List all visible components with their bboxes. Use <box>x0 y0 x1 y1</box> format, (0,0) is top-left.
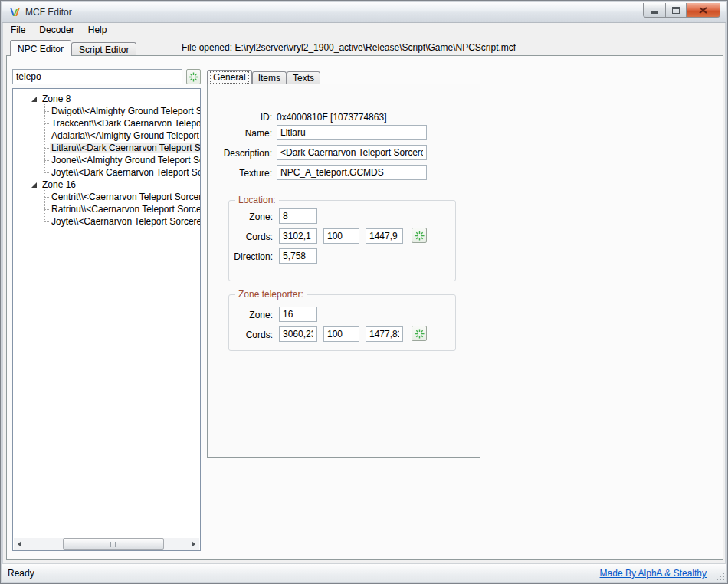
location-cords-x-field[interactable] <box>279 228 317 244</box>
texture-field[interactable] <box>277 165 427 180</box>
minimize-icon <box>651 11 658 14</box>
scroll-left-button[interactable] <box>14 538 25 550</box>
tree-item-centrit[interactable]: Centrit\\<Caernarvon Teleport Sorcerers> <box>13 191 200 203</box>
credit-link[interactable]: Made By AlphA & Stealthy <box>600 568 707 579</box>
scroll-right-button[interactable] <box>188 538 199 550</box>
zone-teleporter-group: Zone teleporter: Zone: Cords: <box>228 294 456 351</box>
search-button[interactable] <box>186 69 201 84</box>
tab-texts[interactable]: Texts <box>287 71 320 84</box>
description-label: Description: <box>215 148 272 159</box>
location-cords-z-field[interactable] <box>366 228 403 244</box>
location-pick-button[interactable] <box>412 228 427 243</box>
title-bar: MCF Editor <box>2 2 726 23</box>
menu-bar: File Decoder Help <box>4 23 724 38</box>
location-group: Location: Zone: Cords: Direction: <box>228 200 456 281</box>
teleporter-pick-button[interactable] <box>412 326 427 341</box>
grip-icon <box>110 542 117 547</box>
sparkle-icon <box>415 231 425 241</box>
teleporter-cords-y-field[interactable] <box>323 326 359 342</box>
teleporter-cords-label: Cords: <box>233 330 273 340</box>
scroll-thumb[interactable] <box>63 538 164 550</box>
zone-teleporter-group-title: Zone teleporter: <box>235 289 307 300</box>
id-label: ID: <box>215 112 272 123</box>
arrow-right-icon <box>192 541 195 547</box>
sparkle-icon <box>415 329 425 339</box>
search-input[interactable] <box>12 69 182 84</box>
minimize-button[interactable] <box>643 3 666 18</box>
maximize-button[interactable] <box>666 3 687 18</box>
menu-item-decoder[interactable]: Decoder <box>32 23 80 38</box>
mcf-editor-window: MCF Editor File Decoder Help NPC Editor … <box>0 0 728 584</box>
location-group-title: Location: <box>235 195 279 205</box>
npc-editor-page: Zone 8 Dwigot\\<Almighty Ground Teleport… <box>6 55 723 560</box>
teleporter-cords-x-field[interactable] <box>279 326 317 342</box>
maximize-icon <box>672 7 680 14</box>
tree-item-litlaru[interactable]: Litlaru\\<Dark Caernarvon Teleport Sorce… <box>13 142 200 154</box>
editor-tab-strip: General Items Texts <box>207 70 320 84</box>
main-tab-strip: NPC Editor Script Editor <box>10 40 136 55</box>
tree-item-joyte-8[interactable]: Joyte\\<Dark Caernarvon Teleport Sorcere… <box>13 166 200 179</box>
name-label: Name: <box>215 128 272 139</box>
close-button[interactable] <box>687 3 720 18</box>
expander-icon[interactable] <box>31 182 37 188</box>
general-panel: ID: 0x4000810F [1073774863] Name: Descri… <box>207 84 480 458</box>
sparkle-icon <box>189 72 198 82</box>
tree-zone-8[interactable]: Zone 8 <box>13 93 200 105</box>
menu-item-help[interactable]: Help <box>81 23 114 38</box>
location-zone-field[interactable] <box>279 208 317 224</box>
teleporter-zone-label: Zone: <box>233 310 273 320</box>
teleporter-zone-field[interactable] <box>279 307 317 322</box>
resize-grip-icon[interactable] <box>717 573 724 580</box>
location-direction-label: Direction: <box>225 251 273 262</box>
description-field[interactable] <box>277 145 427 160</box>
tab-npc-editor[interactable]: NPC Editor <box>10 40 71 56</box>
tree-zone-16[interactable]: Zone 16 <box>13 179 200 191</box>
tree-item-joone[interactable]: Joone\\<Almighty Ground Teleport Sorcere… <box>13 154 200 166</box>
file-opened-text: File opened: E:\ryl2server\vryl2_1900_ac… <box>182 42 516 53</box>
id-value: 0x4000810F [1073774863] <box>277 112 386 123</box>
expander-icon[interactable] <box>31 97 37 102</box>
location-cords-y-field[interactable] <box>323 228 359 244</box>
status-bar: Ready Made By AlphA & Stealthy <box>2 563 726 582</box>
location-direction-field[interactable] <box>279 248 317 264</box>
teleporter-cords-z-field[interactable] <box>366 326 403 342</box>
tree-item-trackcent[interactable]: Trackcent\\<Dark Caernarvon Teleport Sor… <box>13 117 200 130</box>
npc-tree: Zone 8 Dwigot\\<Almighty Ground Teleport… <box>12 88 201 551</box>
app-icon <box>8 6 21 18</box>
tree-item-dwigot[interactable]: Dwigot\\<Almighty Ground Teleport Sorcer… <box>13 105 200 117</box>
name-field[interactable] <box>277 125 427 140</box>
menu-item-file[interactable]: File <box>4 23 32 38</box>
tab-script-editor[interactable]: Script Editor <box>71 42 136 55</box>
tab-general[interactable]: General <box>207 70 252 84</box>
location-cords-label: Cords: <box>233 231 273 242</box>
texture-label: Texture: <box>215 168 272 179</box>
window-title: MCF Editor <box>25 7 72 18</box>
status-text: Ready <box>8 568 34 579</box>
tree-item-joyte-16[interactable]: Joyte\\<Caernarvon Teleport Sorcerer> <box>13 215 200 228</box>
tree-hscrollbar[interactable] <box>14 538 199 550</box>
tree-item-ratrinu[interactable]: Ratrinu\\<Caernarvon Teleport Sorcerer> <box>13 203 200 215</box>
arrow-left-icon <box>18 541 21 547</box>
tab-items[interactable]: Items <box>252 71 287 84</box>
tree-item-adalaria[interactable]: Adalaria\\<Almighty Ground Teleport Sorc… <box>13 130 200 142</box>
location-zone-label: Zone: <box>233 212 273 222</box>
close-icon <box>699 7 707 14</box>
